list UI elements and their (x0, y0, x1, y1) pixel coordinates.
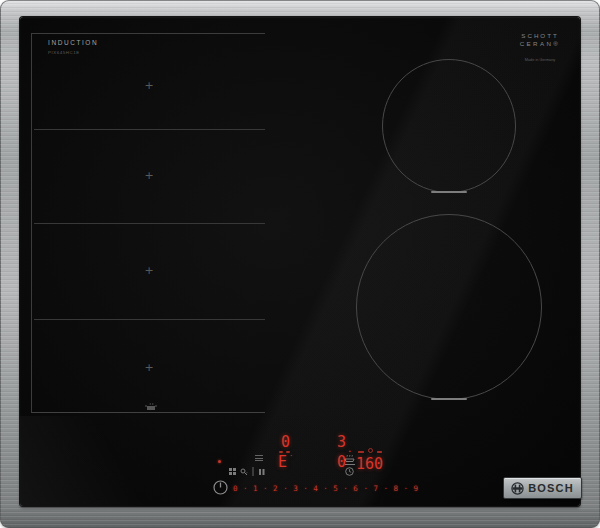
bosch-badge: BOSCH (503, 477, 582, 499)
flex-zone-divider (34, 129, 265, 130)
made-in-label: Made in Germany (521, 58, 560, 62)
keylock-icon[interactable] (240, 468, 248, 476)
flex-zone-divider (34, 319, 265, 320)
flex-zone-divider (34, 223, 265, 224)
bosch-logo-icon (511, 482, 524, 495)
pause-icon[interactable] (258, 468, 265, 476)
induction-cooktop: + + + + INDUCTION PIX645HC1E SCHOTT CERA… (0, 0, 600, 528)
power-icon (212, 479, 229, 496)
power-indicator-dot (218, 460, 221, 463)
zone-center-marker: + (143, 363, 155, 373)
grid-icon[interactable] (229, 468, 236, 475)
model-label: PIX645HC1E (48, 50, 86, 55)
zone-level-display-right: 3. (337, 435, 353, 450)
zone-front-marker (431, 191, 467, 193)
cooking-zone-top-right (382, 59, 516, 193)
temperature-display: 160 (356, 457, 383, 472)
power-button[interactable] (212, 479, 229, 496)
schott-label: SCHOTT (513, 33, 568, 40)
induction-label: INDUCTION (48, 39, 98, 46)
frying-sensor-icon[interactable] (344, 454, 355, 462)
zone-center-marker: + (143, 266, 155, 276)
temp-indicator-marks (358, 448, 382, 453)
zone-center-marker: + (143, 171, 155, 181)
schott-ceran-print: SCHOTT CERAN® Made in Germany (505, 33, 575, 65)
ceran-label: CERAN® (513, 41, 568, 48)
divider-bar (252, 467, 254, 476)
zone-mode-display: E· (278, 455, 293, 470)
flex-select-indicator (255, 455, 263, 461)
zone-center-marker: + (143, 81, 155, 91)
zone-front-marker (431, 398, 467, 400)
flex-zone-outline: + + + + (31, 33, 265, 413)
zone-level-display-top: 0 (281, 435, 291, 450)
divider-bar (345, 464, 355, 465)
glass-surface: + + + + INDUCTION PIX645HC1E SCHOTT CERA… (20, 17, 580, 506)
cooking-zone-bottom-right (356, 214, 542, 400)
induction-print: INDUCTION PIX645HC1E (48, 39, 118, 59)
bosch-logo-text: BOSCH (528, 482, 574, 494)
power-level-slider[interactable]: 0 · 1 · 2 · 3 · 4 · 5 · 6 · 7 · 8 · 9 (233, 484, 413, 493)
function-key-cluster (229, 467, 265, 476)
sensor-timer-keys (344, 454, 355, 476)
pot-icon (144, 402, 158, 412)
clock-icon[interactable] (345, 467, 354, 476)
